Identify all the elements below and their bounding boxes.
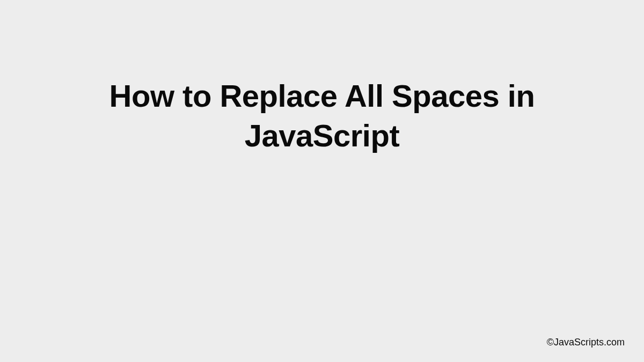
page-title: How to Replace All Spaces in JavaScript bbox=[0, 76, 644, 156]
attribution-text: ©JavaScripts.com bbox=[547, 337, 625, 348]
